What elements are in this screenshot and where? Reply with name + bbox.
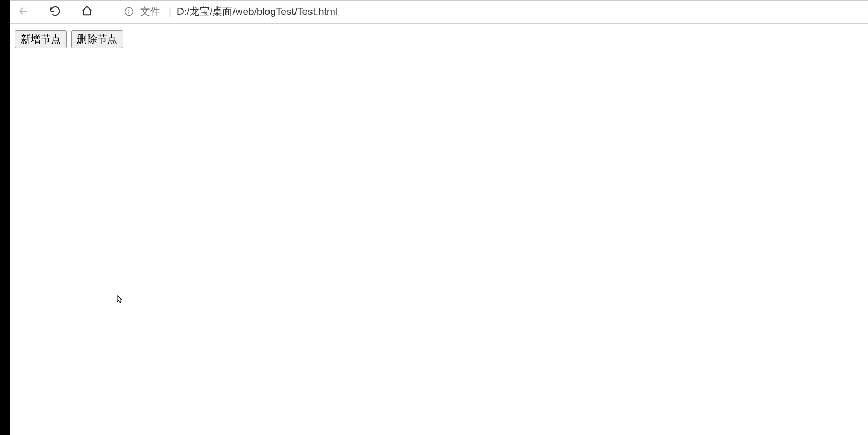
add-node-button[interactable]: 新增节点	[15, 30, 67, 48]
arrow-left-icon	[17, 5, 30, 19]
page-content: 新增节点 删除节点	[10, 24, 868, 55]
file-scheme-label: 文件	[140, 5, 160, 19]
delete-node-button[interactable]: 删除节点	[71, 30, 123, 48]
browser-toolbar: 文件 | D:/龙宝/桌面/web/blogTest/Test.html	[10, 0, 868, 23]
back-button[interactable]	[13, 1, 34, 22]
home-button[interactable]	[76, 1, 98, 22]
home-icon	[81, 5, 93, 19]
refresh-button[interactable]	[45, 1, 66, 22]
cursor-icon	[117, 294, 124, 306]
browser-window: 文件 | D:/龙宝/桌面/web/blogTest/Test.html 新增节…	[10, 0, 868, 435]
window-top-border	[10, 0, 868, 1]
address-separator: |	[169, 6, 171, 18]
url-text: D:/龙宝/桌面/web/blogTest/Test.html	[177, 5, 337, 19]
refresh-icon	[49, 5, 61, 19]
info-icon	[123, 6, 135, 18]
address-bar[interactable]: 文件 | D:/龙宝/桌面/web/blogTest/Test.html	[119, 2, 865, 21]
